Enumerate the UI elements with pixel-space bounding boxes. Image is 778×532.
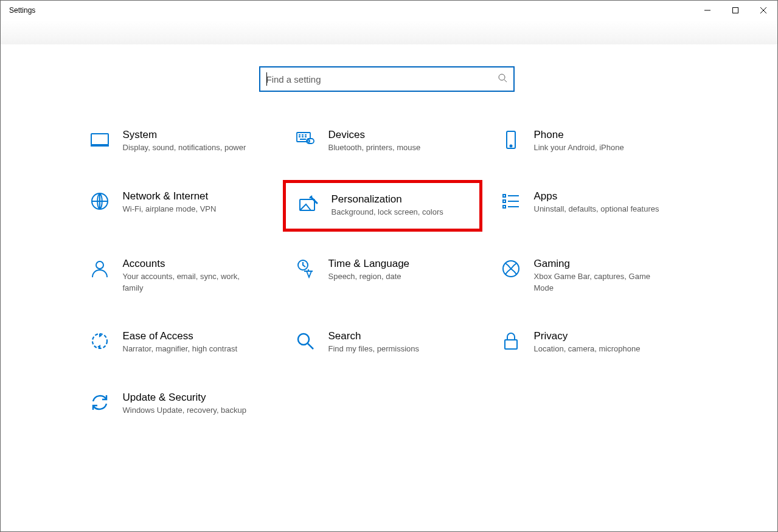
tile-title: Network & Internet [123,190,217,202]
tile-time-language[interactable]: Time & Language Speech, region, date [288,254,477,298]
tile-desc: Bluetooth, printers, mouse [328,142,421,154]
tile-title: Devices [328,129,421,141]
tile-title: Update & Security [123,392,247,404]
globe-icon [85,190,114,211]
svg-point-13 [96,261,103,269]
tile-title: Ease of Access [123,330,238,342]
tile-update-security[interactable]: Update & Security Windows Update, recove… [83,388,271,420]
accounts-icon [85,258,114,278]
tile-desc: Windows Update, recovery, backup [123,405,247,416]
tile-privacy[interactable]: Privacy Location, camera, microphone [494,326,682,359]
tile-personalization[interactable]: Personalization Background, lock screen,… [283,180,482,232]
svg-point-7 [510,145,512,147]
tile-desc: Link your Android, iPhone [534,142,624,154]
tile-title: Phone [534,129,624,141]
tile-desc: Location, camera, microphone [534,344,641,355]
tile-gaming[interactable]: Gaming Xbox Game Bar, captures, Game Mod… [494,254,682,298]
tile-title: Gaming [534,258,668,270]
gaming-icon [496,258,526,278]
tile-desc: Speech, region, date [328,271,410,283]
tile-title: Privacy [534,330,641,342]
titlebar: Settings [1,1,777,20]
content-area: System Display, sound, notifications, po… [1,44,773,531]
close-icon [760,7,766,13]
apps-icon [496,190,526,211]
system-icon [85,129,114,150]
tile-apps[interactable]: Apps Uninstall, defaults, optional featu… [494,187,682,225]
svg-rect-2 [91,134,108,145]
tile-network[interactable]: Network & Internet Wi-Fi, airplane mode,… [83,187,271,225]
tile-desc: Find my files, permissions [328,344,420,355]
magnifier-icon [291,330,320,351]
tile-desc: Your accounts, email, sync, work, family [123,271,257,294]
svg-point-1 [499,74,505,80]
minimize-icon [704,7,710,13]
tile-title: Search [328,330,420,342]
search-container [1,66,773,92]
maximize-button[interactable] [721,1,749,20]
tile-desc: Uninstall, defaults, optional features [534,204,659,215]
phone-icon [496,129,526,150]
tile-desc: Background, lock screen, colors [332,207,443,218]
tile-title: Accounts [123,258,257,270]
ease-of-access-icon [85,330,114,351]
time-language-icon [291,258,320,278]
lock-icon [496,330,526,351]
maximize-icon [732,7,738,13]
personalization-icon [294,193,323,214]
tile-search[interactable]: Search Find my files, permissions [288,326,477,359]
tile-devices[interactable]: Devices Bluetooth, printers, mouse [288,125,477,157]
tile-accounts[interactable]: Accounts Your accounts, email, sync, wor… [83,254,271,298]
tile-desc: Xbox Game Bar, captures, Game Mode [534,271,668,294]
tile-desc: Wi-Fi, airplane mode, VPN [123,204,217,215]
search-box[interactable] [259,66,515,92]
tile-desc: Narrator, magnifier, high contrast [123,344,238,355]
tile-system[interactable]: System Display, sound, notifications, po… [83,125,271,157]
tile-title: Personalization [332,193,443,206]
header-spacer [1,20,777,44]
svg-rect-10 [503,195,505,197]
tile-title: System [123,129,246,141]
update-icon [85,392,114,412]
settings-grid: System Display, sound, notifications, po… [83,125,691,420]
svg-rect-18 [505,340,517,349]
search-input[interactable] [266,67,498,91]
svg-rect-11 [503,200,505,202]
tile-title: Apps [534,190,659,202]
tile-ease-of-access[interactable]: Ease of Access Narrator, magnifier, high… [83,326,271,359]
close-button[interactable] [749,1,777,20]
search-icon [498,73,507,85]
minimize-button[interactable] [693,1,721,20]
text-caret [266,72,267,86]
devices-icon [291,129,320,150]
svg-rect-0 [733,8,738,13]
tile-title: Time & Language [328,258,410,270]
window-title: Settings [1,6,35,15]
window-controls [693,1,777,20]
svg-rect-12 [503,206,505,208]
tile-desc: Display, sound, notifications, power [123,142,246,154]
svg-point-17 [298,334,309,345]
tile-phone[interactable]: Phone Link your Android, iPhone [494,125,682,157]
